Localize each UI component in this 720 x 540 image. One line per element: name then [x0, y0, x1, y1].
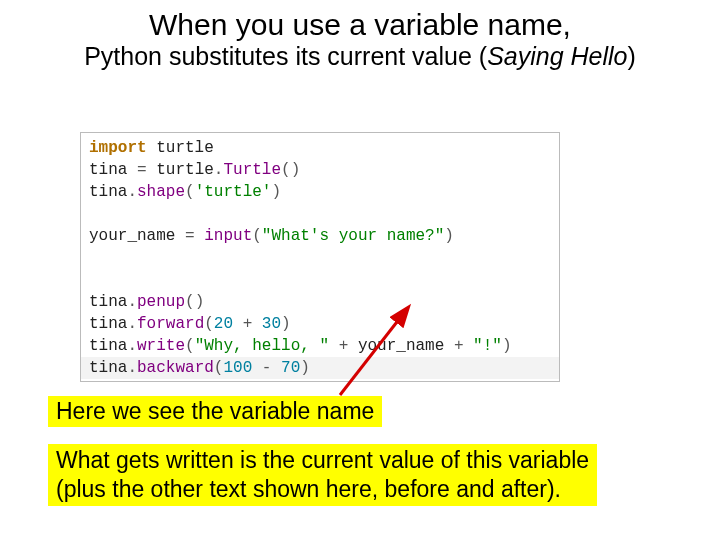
- title-line-2b: Saying Hello: [487, 42, 627, 70]
- title-line-2: Python substitutes its current value (Sa…: [0, 42, 720, 71]
- ident: tina: [89, 161, 137, 179]
- code-line-1: import turtle: [81, 137, 559, 159]
- str-hello: "Why, hello, ": [195, 337, 329, 355]
- fn-shape: shape: [137, 183, 185, 201]
- close-paren: ): [300, 359, 310, 377]
- fn-backward: backward: [137, 359, 214, 377]
- open-paren: (: [204, 315, 214, 333]
- code-blank-2: [81, 247, 559, 269]
- ident: turtle: [147, 161, 214, 179]
- fn-turtle: Turtle: [223, 161, 281, 179]
- fn-write: write: [137, 337, 185, 355]
- close-paren: ): [502, 337, 512, 355]
- dot: .: [127, 183, 137, 201]
- title-line-2a: Python substitutes its current value (: [84, 42, 487, 70]
- parens: (): [281, 161, 300, 179]
- ident-yourname: your_name: [89, 227, 185, 245]
- dot: .: [127, 293, 137, 311]
- code-line-11: tina.backward(100 - 70): [81, 357, 559, 379]
- space: [195, 227, 205, 245]
- code-line-8: tina.penup(): [81, 291, 559, 313]
- close-paren: ): [271, 183, 281, 201]
- arrow-icon: [330, 310, 450, 400]
- dot: .: [127, 359, 137, 377]
- fn-penup: penup: [137, 293, 185, 311]
- ident: tina: [89, 337, 127, 355]
- code-blank-3: [81, 269, 559, 291]
- ident: tina: [89, 293, 127, 311]
- parens: (): [185, 293, 204, 311]
- open-paren: (: [252, 227, 262, 245]
- callout-explanation: What gets written is the current value o…: [48, 444, 597, 506]
- eq: =: [185, 227, 195, 245]
- open-paren: (: [185, 337, 195, 355]
- title-block: When you use a variable name, Python sub…: [0, 0, 720, 71]
- module-turtle: turtle: [147, 139, 214, 157]
- code-line-5: your_name = input("What's your name?"): [81, 225, 559, 247]
- num-20: 20: [214, 315, 233, 333]
- str-prompt: "What's your name?": [262, 227, 444, 245]
- code-line-2: tina = turtle.Turtle(): [81, 159, 559, 181]
- eq: =: [137, 161, 147, 179]
- ident: tina: [89, 183, 127, 201]
- svg-line-0: [340, 318, 400, 395]
- ident: tina: [89, 359, 127, 377]
- keyword-import: import: [89, 139, 147, 157]
- fn-forward: forward: [137, 315, 204, 333]
- fn-input: input: [204, 227, 252, 245]
- str-turtle: 'turtle': [195, 183, 272, 201]
- close-paren: ): [281, 315, 291, 333]
- num-30: 30: [262, 315, 281, 333]
- minus: -: [252, 359, 281, 377]
- dot: .: [127, 315, 137, 333]
- open-paren: (: [214, 359, 224, 377]
- code-line-3: tina.shape('turtle'): [81, 181, 559, 203]
- dot: .: [214, 161, 224, 179]
- title-line-1: When you use a variable name,: [0, 8, 720, 42]
- callout2-line2: (plus the other text shown here, before …: [56, 475, 589, 504]
- open-paren: (: [185, 183, 195, 201]
- num-70: 70: [281, 359, 300, 377]
- code-blank-1: [81, 203, 559, 225]
- title-line-2c: ): [628, 42, 636, 70]
- dot: .: [127, 337, 137, 355]
- code-line-10: tina.write("Why, hello, " + your_name + …: [81, 335, 559, 357]
- str-excl: "!": [473, 337, 502, 355]
- code-box: import turtle tina = turtle.Turtle() tin…: [80, 132, 560, 382]
- code-line-9: tina.forward(20 + 30): [81, 313, 559, 335]
- close-paren: ): [444, 227, 454, 245]
- callout2-line1: What gets written is the current value o…: [56, 446, 589, 475]
- ident: tina: [89, 315, 127, 333]
- callout-variable-name: Here we see the variable name: [48, 396, 382, 427]
- num-100: 100: [223, 359, 252, 377]
- plus: +: [233, 315, 262, 333]
